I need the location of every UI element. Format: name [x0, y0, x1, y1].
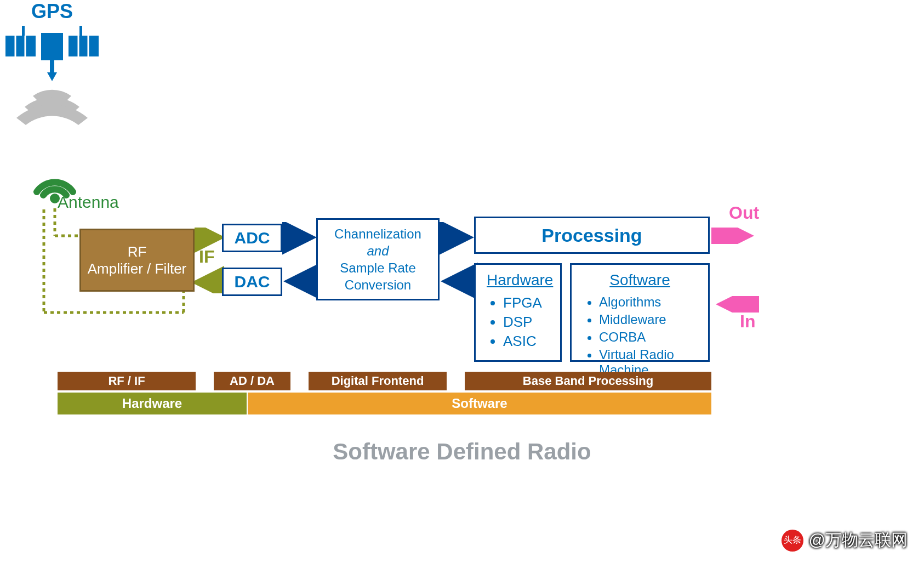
chan-line4: Conversion	[345, 276, 411, 293]
dac-block: DAC	[222, 268, 282, 296]
list-item: ASIC	[503, 333, 549, 350]
svg-marker-10	[47, 72, 57, 81]
svg-rect-7	[22, 26, 25, 36]
adc-chan-arrows	[282, 222, 321, 299]
svg-rect-9	[50, 60, 54, 72]
list-item: FPGA	[503, 294, 549, 311]
software-title: Software	[583, 271, 697, 289]
processing-block: Processing	[474, 217, 710, 254]
adc-block: ADC	[222, 224, 282, 252]
stage-bar-ad-da: AD / DA	[214, 372, 290, 390]
rf-line1: RF	[88, 243, 187, 260]
chan-line1: Channelization	[334, 225, 421, 242]
svg-rect-8	[79, 26, 82, 36]
chan-line3: Sample Rate	[340, 259, 416, 276]
list-item: CORBA	[599, 330, 697, 345]
software-items: Algorithms Middleware CORBA Virtual Radi…	[583, 294, 697, 378]
watermark-badge: 头条	[782, 530, 803, 552]
hardware-items: FPGA DSP ASIC	[487, 294, 549, 350]
stage-bar-baseband: Base Band Processing	[465, 372, 711, 390]
gps-label: GPS	[31, 0, 73, 23]
channelization-block: Channelization and Sample Rate Conversio…	[316, 218, 440, 300]
svg-rect-2	[69, 36, 99, 56]
software-list-block: Software Algorithms Middleware CORBA Vir…	[570, 263, 710, 362]
watermark-handle: @万物云联网	[809, 529, 908, 552]
hardware-list-block: Hardware FPGA DSP ASIC	[474, 263, 562, 362]
in-label: In	[740, 311, 755, 332]
list-item: Algorithms	[599, 294, 697, 310]
adc-text: ADC	[235, 229, 270, 247]
chan-proc-arrows	[440, 222, 478, 299]
hardware-title: Hardware	[487, 271, 549, 289]
list-item: Middleware	[599, 312, 697, 327]
stage-bar-digital-frontend: Digital Frontend	[309, 372, 447, 390]
out-label: Out	[729, 203, 759, 223]
diagram-title: Software Defined Radio	[0, 439, 924, 465]
in-arrow-icon	[712, 296, 759, 313]
rf-line2: Amplifier / Filter	[88, 260, 187, 277]
list-item: DSP	[503, 314, 549, 331]
dac-text: DAC	[235, 272, 270, 291]
chan-line2: and	[367, 242, 389, 259]
processing-text: Processing	[541, 225, 642, 246]
stage-bar-software: Software	[248, 393, 711, 414]
stage-bar-rf-if: RF / IF	[58, 372, 196, 390]
stage-bar-hardware: Hardware	[58, 393, 247, 414]
svg-rect-1	[5, 36, 36, 56]
out-arrow-icon	[711, 228, 758, 244]
svg-rect-0	[41, 33, 63, 60]
watermark: 头条 @万物云联网	[782, 529, 908, 552]
rf-amplifier-filter-block: RF Amplifier / Filter	[79, 229, 195, 292]
